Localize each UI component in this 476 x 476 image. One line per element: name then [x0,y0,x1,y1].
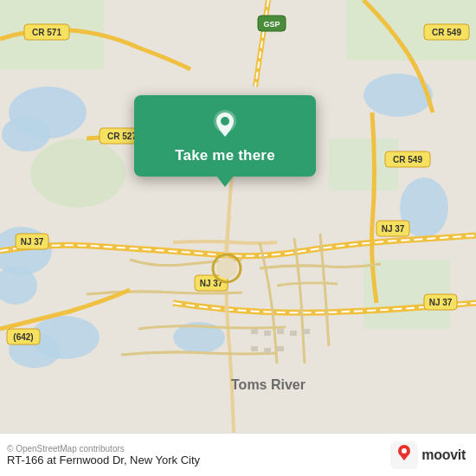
svg-rect-41 [264,331,271,336]
moovit-icon [390,441,418,469]
svg-text:CR 549: CR 549 [432,28,461,37]
location-pin-icon [209,109,241,140]
svg-point-39 [216,258,237,279]
svg-point-2 [2,117,50,151]
moovit-logo: moovit [390,441,466,469]
map-container: CR 571 GSP CR 549 CR 527 CR 549 NJ 37 NJ… [0,0,476,433]
map-svg: CR 571 GSP CR 549 CR 527 CR 549 NJ 37 NJ… [0,0,476,433]
svg-text:Toms River: Toms River [231,377,306,392]
footer-info: © OpenStreetMap contributors RT-166 at F… [7,444,200,466]
location-title: RT-166 at Fernwood Dr, New York City [7,453,200,466]
svg-text:NJ 37: NJ 37 [429,298,453,307]
svg-point-52 [402,448,407,453]
svg-rect-46 [264,348,271,353]
popup-label: Take me there [175,147,275,164]
svg-point-14 [30,138,125,208]
attribution: © OpenStreetMap contributors [7,444,200,453]
svg-text:(642): (642) [13,332,33,342]
svg-text:GSP: GSP [263,20,280,29]
svg-rect-44 [303,329,310,334]
svg-rect-45 [251,346,258,351]
moovit-text: moovit [421,447,466,463]
svg-rect-47 [277,346,284,351]
svg-text:CR 549: CR 549 [393,155,422,164]
svg-text:CR 571: CR 571 [32,28,61,37]
svg-rect-42 [277,329,284,334]
svg-rect-40 [251,329,258,334]
svg-point-49 [221,117,229,125]
svg-text:NJ 37: NJ 37 [382,224,405,234]
take-me-there-popup[interactable]: Take me there [134,95,316,177]
footer-bar: © OpenStreetMap contributors RT-166 at F… [0,433,476,476]
svg-rect-43 [290,331,297,336]
svg-text:NJ 37: NJ 37 [21,237,44,247]
svg-text:CR 527: CR 527 [107,132,137,141]
